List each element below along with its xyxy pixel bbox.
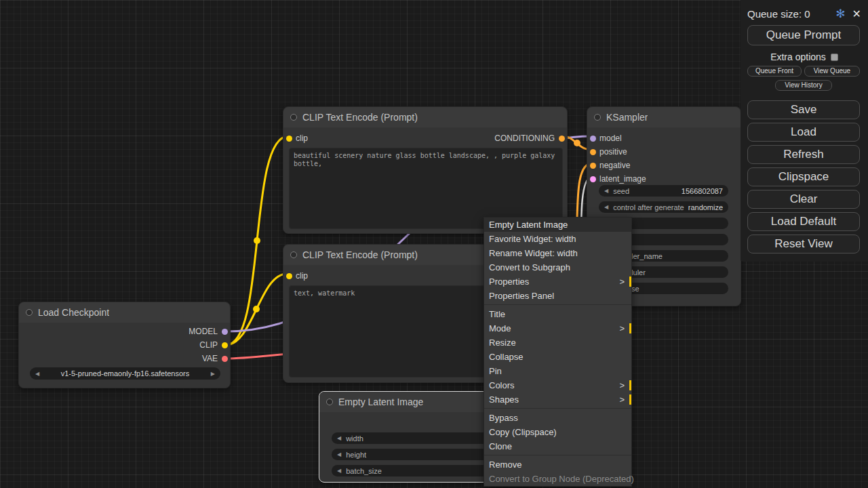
submenu-highlight — [629, 323, 631, 333]
slot-row: clip CONDITIONING — [283, 133, 567, 144]
node-title: CLIP Text Encode (Prompt) — [302, 249, 418, 260]
menu-item-copy-clipspace[interactable]: Copy (Clipspace) — [484, 425, 631, 439]
submenu-arrow-icon: > — [619, 274, 625, 289]
extra-options-checkbox[interactable] — [831, 54, 838, 61]
comfy-menu-panel: Queue size: 0 ✻ ✕ Queue Prompt Extra opt… — [741, 0, 868, 262]
output-row-clip: CLIP — [19, 340, 230, 350]
menu-item-bypass[interactable]: Bypass — [484, 411, 631, 425]
stepper-left-arrow-icon[interactable]: ◀ — [337, 468, 341, 474]
close-icon[interactable]: ✕ — [852, 7, 861, 20]
positive-input-dot[interactable] — [590, 149, 596, 155]
submenu-arrow-icon: > — [619, 392, 625, 407]
collapse-dot-icon[interactable] — [326, 399, 333, 405]
queue-prompt-button[interactable]: Queue Prompt — [747, 25, 860, 45]
submenu-arrow-icon: > — [619, 378, 625, 392]
node-header[interactable]: KSampler — [587, 107, 741, 127]
ckpt-name-combo[interactable]: ◀ v1-5-pruned-emaonly-fp16.safetensors ▶ — [30, 367, 220, 380]
stepper-left-arrow-icon[interactable]: ◀ — [337, 451, 341, 458]
node-title: CLIP Text Encode (Prompt) — [302, 112, 418, 123]
node-header[interactable]: CLIP Text Encode (Prompt) — [283, 107, 567, 127]
menu-item-resize[interactable]: Resize — [484, 336, 631, 350]
menu-item-clone[interactable]: Clone — [484, 439, 631, 453]
clipspace-button[interactable]: Clipspace — [747, 167, 860, 186]
control-after-generate-widget[interactable]: ◀ control after generate randomize — [599, 201, 728, 213]
submenu-highlight — [629, 277, 631, 287]
menu-item-favorite-widget[interactable]: Favorite Widget: width — [484, 232, 631, 246]
submenu-highlight — [629, 380, 631, 390]
menu-item-rename-widget[interactable]: Rename Widget: width — [484, 246, 631, 260]
node-title: Empty Latent Image — [338, 396, 423, 407]
node-title: Load Checkpoint — [38, 307, 109, 318]
node-clip-text-encode-positive[interactable]: CLIP Text Encode (Prompt) clip CONDITION… — [283, 106, 568, 234]
collapse-dot-icon[interactable] — [26, 309, 33, 316]
extra-options-label: Extra options — [770, 52, 826, 62]
menu-item-colors[interactable]: Colors> — [484, 378, 631, 392]
collapse-dot-icon[interactable] — [290, 114, 297, 121]
context-menu-title: Empty Latent Image — [484, 218, 631, 232]
input-row-negative: negative — [587, 160, 741, 171]
link-dot-conditioning[interactable] — [574, 140, 580, 146]
stepper-left-arrow-icon[interactable]: ◀ — [604, 188, 608, 194]
input-row-positive: positive — [587, 146, 741, 157]
refresh-button[interactable]: Refresh — [747, 145, 860, 164]
collapse-dot-icon[interactable] — [594, 114, 601, 121]
clip-input-dot[interactable] — [286, 136, 292, 142]
load-default-button[interactable]: Load Default — [747, 212, 860, 231]
input-row-model: model — [587, 133, 741, 144]
view-queue-button[interactable]: View Queue — [804, 66, 860, 77]
menu-item-shapes[interactable]: Shapes> — [484, 392, 631, 407]
stepper-left-arrow-icon[interactable]: ◀ — [604, 204, 608, 210]
combo-right-arrow-icon[interactable]: ▶ — [211, 371, 215, 377]
conditioning-output-dot[interactable] — [559, 136, 565, 142]
seed-widget[interactable]: ◀ seed 1566802087 — [599, 185, 728, 197]
menu-item-collapse[interactable]: Collapse — [484, 350, 631, 364]
settings-gear-icon[interactable]: ✻ — [835, 7, 845, 21]
node-context-menu: Empty Latent Image Favorite Widget: widt… — [484, 217, 632, 487]
clip-output-dot[interactable] — [222, 342, 228, 348]
submenu-arrow-icon: > — [619, 321, 625, 336]
menu-item-mode[interactable]: Mode> — [484, 321, 631, 336]
clip-input-dot[interactable] — [286, 273, 292, 279]
reset-view-button[interactable]: Reset View — [747, 235, 860, 253]
link-dot-clip-1[interactable] — [254, 237, 260, 244]
menu-item-remove[interactable]: Remove — [484, 458, 631, 472]
queue-size-label: Queue size: 0 — [747, 8, 810, 20]
model-input-dot[interactable] — [590, 136, 596, 142]
model-output-dot[interactable] — [222, 329, 228, 335]
save-button[interactable]: Save — [747, 100, 860, 119]
negative-input-dot[interactable] — [590, 163, 596, 169]
load-button[interactable]: Load — [747, 123, 860, 142]
menu-item-properties[interactable]: Properties> — [484, 274, 631, 289]
vae-output-dot[interactable] — [222, 356, 228, 362]
node-header[interactable]: Load Checkpoint — [19, 302, 230, 323]
input-row-latent-image: latent_image — [587, 174, 741, 184]
queue-front-button[interactable]: Queue Front — [747, 66, 802, 77]
collapse-dot-icon[interactable] — [290, 251, 297, 258]
menu-item-properties-panel[interactable]: Properties Panel — [484, 289, 631, 303]
menu-item-convert-to-group-node[interactable]: Convert to Group Node (Deprecated) — [484, 472, 631, 486]
node-load-checkpoint[interactable]: Load Checkpoint MODEL CLIP VAE ◀ v1-5-pr… — [18, 302, 231, 388]
stepper-left-arrow-icon[interactable]: ◀ — [337, 435, 341, 441]
submenu-highlight — [629, 394, 631, 405]
clear-button[interactable]: Clear — [747, 190, 860, 209]
latent-input-dot[interactable] — [590, 176, 596, 182]
link-dot-clip-2[interactable] — [253, 306, 260, 312]
node-title: KSampler — [606, 112, 648, 123]
output-row-vae: VAE — [19, 353, 230, 364]
output-row-model: MODEL — [19, 326, 230, 337]
menu-item-convert-to-subgraph[interactable]: Convert to Subgraph — [484, 260, 631, 274]
view-history-button[interactable]: View History — [775, 80, 832, 91]
menu-item-pin[interactable]: Pin — [484, 364, 631, 378]
menu-item-title[interactable]: Title — [484, 307, 631, 321]
